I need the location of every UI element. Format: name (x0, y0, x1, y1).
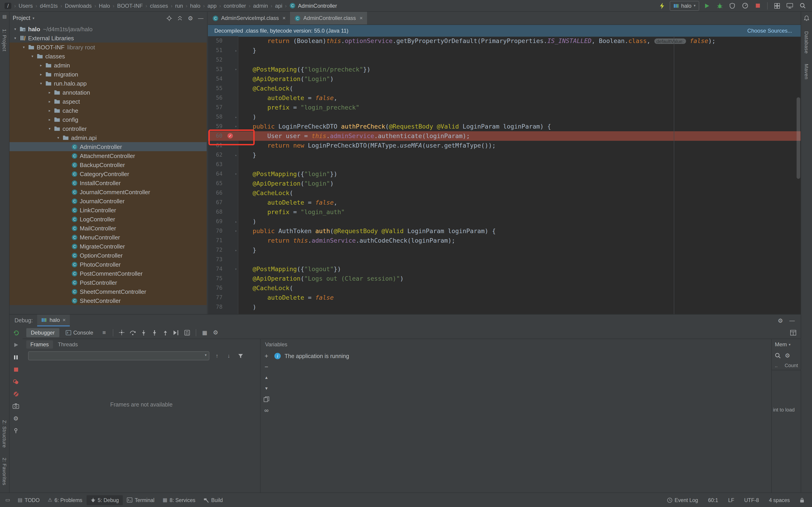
tree-item-attachmentcontroller[interactable]: CAttachmentController (9, 151, 207, 160)
thread-selector[interactable]: ▾ (28, 351, 209, 360)
fold-marker-icon[interactable]: ▾ (235, 65, 237, 74)
run-configuration-select[interactable]: halo▾ (670, 1, 699, 11)
move-down-icon[interactable]: ▼ (262, 384, 270, 392)
tool-window-button-maven[interactable]: Maven (804, 64, 809, 79)
breadcrumb-item-boot-inf[interactable]: BOOT-INF (116, 2, 144, 9)
tab-threads[interactable]: Threads (54, 340, 82, 349)
code-line-78[interactable]: 78 ) (208, 302, 801, 312)
code-line-76[interactable]: 76 @CacheLock( (208, 283, 801, 293)
breadcrumb-item-users[interactable]: Users (18, 2, 34, 9)
tree-expander-icon[interactable]: ▸ (38, 72, 44, 76)
view-layout-icon[interactable]: ▦ (200, 328, 209, 337)
fold-marker-icon[interactable]: ▾ (235, 169, 237, 179)
code-line-71[interactable]: 71 return this.adminService.authCodeChec… (208, 236, 801, 245)
coverage-button[interactable] (727, 1, 737, 10)
tree-item-classes[interactable]: ▾classes (9, 52, 207, 61)
settings-icon[interactable]: ⚙ (778, 318, 783, 324)
statusbar-terminal[interactable]: Terminal (123, 495, 159, 505)
debug-button[interactable] (715, 1, 724, 10)
move-up-icon[interactable]: ▲ (262, 374, 270, 382)
settings-icon[interactable]: ⚙ (188, 15, 193, 21)
tree-item-aspect[interactable]: ▸aspect (9, 97, 207, 106)
tree-item-admin-api[interactable]: ▾admin.api (9, 133, 207, 142)
tool-windows-toggle-icon[interactable]: ▭ (4, 497, 12, 503)
code-line-75[interactable]: 75 @ApiOperation("Logs out (Clear sessio… (208, 274, 801, 283)
fold-marker-icon[interactable]: ▾ (235, 264, 237, 274)
evaluate-icon[interactable] (183, 328, 192, 337)
code-line-65[interactable]: 65 @ApiOperation("Login") (208, 179, 801, 188)
hide-icon[interactable]: — (789, 318, 795, 324)
settings-icon[interactable]: ⚙ (211, 328, 220, 337)
code-line-73[interactable]: 73 (208, 255, 801, 264)
tool-window-button-1-project[interactable]: 1: Project (2, 29, 7, 51)
statusbar-6-problems[interactable]: ⚠6: Problems (44, 495, 86, 505)
tree-expander-icon[interactable]: ▾ (12, 36, 18, 40)
statusbar-todo[interactable]: ▤TODO (14, 495, 44, 505)
debug-session-tab[interactable]: halo × (37, 315, 70, 326)
breadcrumb-item-run[interactable]: run (174, 2, 184, 9)
editor-scrollbar[interactable] (797, 97, 800, 179)
layout-grid-icon[interactable] (772, 1, 782, 10)
fold-marker-icon[interactable]: ▴ (235, 245, 237, 255)
tree-item-controller[interactable]: ▾controller (9, 124, 207, 133)
tree-item-menucontroller[interactable]: CMenuController (9, 233, 207, 242)
run-to-cursor-icon[interactable] (172, 328, 181, 337)
code-line-58[interactable]: 58▴ ) (208, 112, 801, 122)
code-line-77[interactable]: 77 autoDelete = false (208, 293, 801, 302)
tool-window-button-database[interactable]: Database (804, 31, 809, 54)
statusbar-4-spaces[interactable]: 4 spaces (765, 495, 794, 505)
tree-item-external-libraries[interactable]: ▾External Libraries (9, 34, 207, 43)
step-into-icon[interactable] (139, 328, 148, 337)
mute-breakpoints-icon[interactable] (11, 389, 20, 398)
statusbar-lf[interactable]: LF (724, 495, 739, 505)
locate-icon[interactable] (166, 15, 172, 21)
search-icon[interactable] (775, 352, 781, 358)
pause-icon[interactable] (11, 353, 20, 362)
resume-icon[interactable] (11, 340, 20, 349)
tree-item-linkcontroller[interactable]: CLinkController (9, 206, 207, 215)
frame-down-icon[interactable]: ↓ (225, 352, 233, 360)
tree-item-logcontroller[interactable]: CLogController (9, 215, 207, 224)
code-line-64[interactable]: 64▾ @PostMapping({"login"}) (208, 169, 801, 179)
choose-sources-link[interactable]: Choose Sources... (748, 27, 795, 34)
breadcrumb-item-halo[interactable]: Halo (98, 2, 111, 9)
code-editor[interactable]: 50 return (Boolean)this.optionService.ge… (208, 36, 801, 314)
tab-frames[interactable]: Frames (26, 340, 53, 349)
fold-marker-icon[interactable]: ▴ (235, 112, 237, 122)
code-line-54[interactable]: 54 @ApiOperation("Login") (208, 74, 801, 84)
rerun-icon[interactable] (11, 328, 20, 337)
tree-item-postcommentcontroller[interactable]: CPostCommentController (9, 269, 207, 278)
code-line-51[interactable]: 51▴ } (208, 46, 801, 55)
tree-item-cache[interactable]: ▸cache (9, 106, 207, 115)
tree-item-run-halo-app[interactable]: ▾run.halo.app (9, 79, 207, 88)
duplicate-icon[interactable] (262, 395, 270, 403)
tree-item-journalcontroller[interactable]: CJournalController (9, 196, 207, 206)
code-line-60[interactable]: 60✓ User user = this.adminService.authen… (208, 131, 801, 141)
list-icon[interactable]: ≡ (100, 328, 109, 337)
tree-expander-icon[interactable]: ▸ (46, 90, 53, 94)
fold-marker-icon[interactable]: ▴ (235, 217, 237, 226)
collapse-all-icon[interactable] (177, 15, 183, 21)
notifications-icon[interactable] (804, 15, 809, 21)
code-line-52[interactable]: 52 (208, 55, 801, 65)
statusbar-8-services[interactable]: ▦8: Services (159, 495, 200, 505)
breadcrumb-item-[interactable]: / (5, 2, 11, 9)
statusbar-utf-8[interactable]: UTF-8 (740, 495, 763, 505)
tree-item-backupcontroller[interactable]: CBackupController (9, 160, 207, 169)
tree-expander-icon[interactable]: ▸ (46, 99, 53, 103)
code-line-56[interactable]: 56 autoDelete = false, (208, 93, 801, 103)
tree-expander-icon[interactable]: ▾ (20, 45, 27, 49)
tree-item-halo[interactable]: ▾halo~/d4m1ts/java/halo (9, 24, 207, 34)
debug-tab-debugger[interactable]: Debugger (26, 328, 59, 337)
debug-tab-console[interactable]: Console (61, 328, 98, 337)
tree-item-journalcommentcontroller[interactable]: CJournalCommentController (9, 187, 207, 196)
chevron-down-icon[interactable]: ▾ (33, 16, 35, 20)
code-line-63[interactable]: 63 (208, 160, 801, 169)
frame-up-icon[interactable]: ↑ (213, 352, 221, 360)
tool-window-button-z-structure[interactable]: Z: Structure (2, 420, 7, 448)
monitor-icon[interactable] (785, 1, 795, 10)
remove-watch-icon[interactable]: − (262, 362, 270, 371)
profiler-button[interactable] (740, 1, 750, 10)
fold-marker-icon[interactable]: ▾ (235, 226, 237, 236)
code-line-70[interactable]: 70▾ public AuthToken auth(@RequestBody @… (208, 226, 801, 236)
